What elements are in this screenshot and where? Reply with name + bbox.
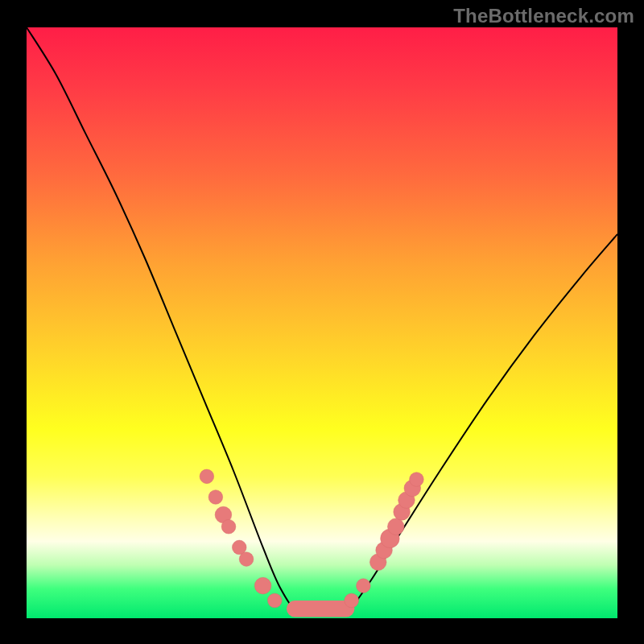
data-marker (208, 490, 223, 505)
data-marker (239, 552, 254, 567)
outer-frame: TheBottleneck.com (0, 0, 644, 644)
data-marker (387, 518, 404, 535)
data-marker (357, 579, 371, 593)
flat-segment (287, 601, 354, 617)
data-marker (221, 519, 236, 534)
chart-svg (27, 27, 617, 618)
data-marker (200, 469, 214, 484)
marker-group (200, 469, 423, 608)
data-marker (410, 473, 424, 487)
watermark-text: TheBottleneck.com (453, 5, 634, 27)
data-marker (267, 593, 282, 608)
bottleneck-curve (27, 27, 617, 616)
curve-group (27, 27, 617, 616)
flat-min-marker (287, 601, 354, 617)
data-marker (345, 593, 359, 608)
data-marker (254, 577, 271, 594)
